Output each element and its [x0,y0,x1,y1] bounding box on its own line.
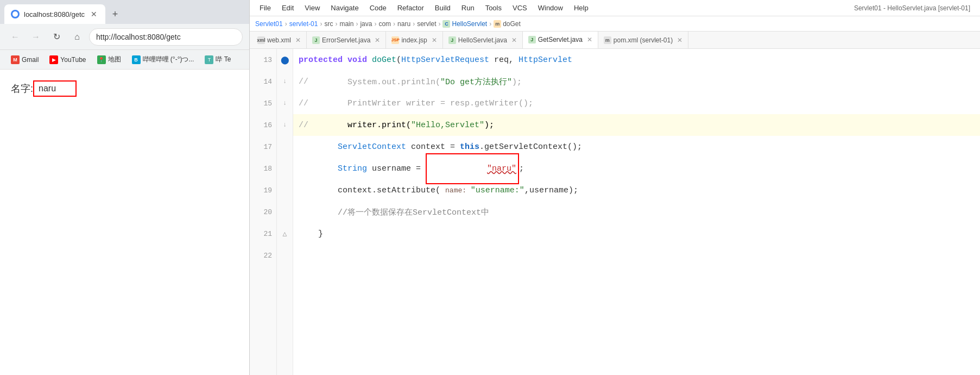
menu-run[interactable]: Run [456,2,480,14]
breadcrumb-sep-7: › [413,20,415,28]
comment-20: //将一个数据保存在ServletContext中 [299,207,489,217]
breadcrumb-project[interactable]: Servlet01 [255,20,283,28]
menu-file[interactable]: File [254,2,276,14]
code-line-22 [293,245,980,266]
indent-19: context.setAttribute( [299,186,445,195]
tab-index-jsp-close[interactable]: ✕ [432,36,437,44]
address-bar[interactable]: http://localhost:8080/getc [89,28,243,46]
type-servletcontext: ServletContext [338,142,411,152]
reload-button[interactable]: ↻ [48,28,65,46]
tab-hello-servlet-label: HelloServlet.java [458,36,507,44]
kw-void: void [347,55,372,65]
type-httpreq: HttpServletRequest [401,55,494,65]
name-label: 名字: [11,82,33,95]
breadcrumb-class: C HelloServlet [442,20,487,28]
breadcrumb-main: main [339,20,353,28]
tab-hello-servlet[interactable]: J HelloServlet.java ✕ [443,32,523,49]
breadcrumb-src: src [324,20,333,28]
breadcrumb-module[interactable]: servlet-01 [289,20,318,28]
bookmark-te[interactable]: T 哔 Te [200,54,235,65]
hello-servlet-icon: J [448,36,456,44]
tab-get-servlet[interactable]: J GetServlet.java ✕ [523,32,598,49]
code-lines: protected void doGet ( HttpServletReques… [293,49,980,375]
bookmarks-bar: M Gmail ▶ YouTube 📍 地图 B 哔哩哔哩 (°-°)つ... … [0,50,249,70]
breadcrumb-sep-2: › [320,20,322,28]
browser-content: 名字: naru [0,70,249,375]
ide-tabs: xml web.xml ✕ J ErrorServlet.java ✕ JSP … [250,32,980,49]
line-numbers: 13 14 15 16 17 18 19 20 21 22 [250,49,277,375]
bookmark-bilibili-label: 哔哩哔哩 (°-°)つ... [143,55,194,64]
tab-pom-xml[interactable]: m pom.xml (servlet-01) ✕ [598,32,688,49]
var-context: context = [411,142,460,152]
gutter-15: ↓ [283,92,287,114]
name-value: naru [39,84,56,93]
breadcrumb-sep-3: › [335,20,337,28]
breadcrumb-sep-1: › [285,20,287,28]
code-line-21: } [293,223,980,245]
code-editor[interactable]: 13 14 15 16 17 18 19 20 21 22 ⬤ ↓ ↓ ↓ [250,49,980,375]
method-doget: doGet [372,55,396,65]
map-icon: 📍 [97,55,106,64]
code-line-20: //将一个数据保存在ServletContext中 [293,201,980,223]
youtube-icon: ▶ [49,55,58,64]
semicolon-18: ; [519,164,524,173]
breadcrumb-servlet: servlet [417,20,436,28]
tab-hello-servlet-close[interactable]: ✕ [511,36,517,44]
bookmark-gmail-label: Gmail [22,56,39,64]
tab-close-button[interactable]: ✕ [89,9,99,19]
browser-frame: localhost:8080/getc ✕ + ← → ↻ ⌂ http://l… [0,0,250,375]
code-line-14: // System.out.println("Do get方法执行"); [293,71,980,92]
menu-build[interactable]: Build [429,2,456,14]
bookmark-gmail[interactable]: M Gmail [7,54,43,65]
menu-window[interactable]: Window [533,2,568,14]
home-button[interactable]: ⌂ [68,28,86,46]
menu-refactor[interactable]: Refactor [392,2,429,14]
tab-index-jsp[interactable]: JSP index.jsp ✕ [386,32,442,49]
bookmark-map[interactable]: 📍 地图 [93,54,125,65]
menu-navigate[interactable]: Navigate [325,2,364,14]
back-button[interactable]: ← [7,28,24,46]
bookmark-youtube[interactable]: ▶ YouTube [45,54,90,65]
param-hint-name: name: [445,186,471,195]
comment-14-slashes: // [299,77,308,86]
tab-error-servlet[interactable]: J ErrorServlet.java ✕ [307,32,386,49]
breadcrumb-sep-4: › [356,20,358,28]
nav-bar: ← → ↻ ⌂ http://localhost:8080/getc [0,24,249,50]
closing-brace: } [299,229,323,239]
line-num-18: 18 [250,158,276,179]
tab-web-xml[interactable]: xml web.xml ✕ [252,32,307,49]
tab-error-servlet-close[interactable]: ✕ [375,36,380,44]
bookmark-bilibili[interactable]: B 哔哩哔哩 (°-°)つ... [128,54,199,65]
menu-vcs[interactable]: VCS [507,2,533,14]
line-num-21: 21 [250,223,276,245]
ide-window-title: Servlet01 - HelloServlet.java [servlet-0… [854,4,976,12]
tab-web-xml-close[interactable]: ✕ [295,36,301,44]
indent-17 [299,142,338,152]
tab-favicon [11,10,20,18]
tab-index-jsp-label: index.jsp [401,36,427,44]
menu-code[interactable]: Code [364,2,392,14]
comment-14-content: System.out.println("Do get方法执行"); [308,77,522,87]
comment-15-slashes: // [299,99,308,108]
new-tab-button[interactable]: + [108,7,123,22]
gutter-16: ↓ [283,114,287,136]
gutter-13: ⬤ [281,49,289,71]
breadcrumb-naru: naru [397,20,410,28]
line-num-17: 17 [250,136,276,158]
tab-get-servlet-close[interactable]: ✕ [587,36,592,43]
bookmark-map-label: 地图 [108,55,121,64]
params-open: ( [396,55,401,65]
menu-help[interactable]: Help [568,2,594,14]
menu-tools[interactable]: Tools [480,2,507,14]
ide-breadcrumb: Servlet01 › servlet-01 › src › main › ja… [250,16,980,32]
tab-pom-xml-label: pom.xml (servlet-01) [614,36,673,44]
method-getservletcontext: .getServletContext(); [479,142,582,152]
tab-pom-xml-close[interactable]: ✕ [677,36,682,44]
main-layout: localhost:8080/getc ✕ + ← → ↻ ⌂ http://l… [0,0,980,375]
browser-tab[interactable]: localhost:8080/getc ✕ [4,4,105,24]
forward-button[interactable]: → [27,28,45,46]
tab-favicon-inner [12,11,18,17]
kw-this: this [460,142,479,152]
menu-edit[interactable]: Edit [276,2,299,14]
menu-view[interactable]: View [299,2,325,14]
